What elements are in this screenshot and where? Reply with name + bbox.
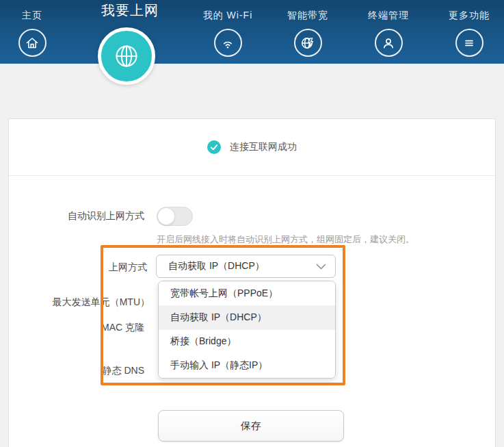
nav-item-internet-active[interactable] (98, 27, 155, 85)
connection-type-select[interactable]: 自动获取 IP（DHCP） (156, 255, 336, 278)
dropdown-option-dhcp[interactable]: 自动获取 IP（DHCP） (159, 305, 335, 329)
globe-bolt-icon (294, 29, 322, 57)
connection-type-value: 自动获取 IP（DHCP） (168, 260, 265, 272)
nav-item-terminal[interactable]: 终端管理 (347, 10, 429, 57)
dropdown-option-pppoe[interactable]: 宽带帐号上网（PPPoE） (159, 281, 335, 305)
success-check-icon (207, 140, 221, 154)
mtu-label: 最大发送单元（MTU） (9, 296, 150, 309)
dropdown-option-bridge[interactable]: 桥接（Bridge） (159, 330, 335, 354)
toggle-knob (157, 207, 175, 225)
save-button[interactable]: 保存 (158, 410, 344, 442)
nav-label-internet[interactable]: 我要上网 (89, 1, 171, 20)
nav-label-home: 主页 (22, 10, 42, 22)
auto-detect-hint: 开启后网线接入时将自动识别上网方式，组网固定后，建议关闭。 (157, 233, 414, 246)
connection-status-row: 连接互联网成功 (9, 119, 495, 176)
chevron-down-icon (316, 264, 326, 270)
wifi-icon (214, 29, 242, 57)
user-icon (375, 29, 403, 57)
top-navbar: 主页 我要上网 我的 Wi-Fi (0, 0, 504, 64)
connection-type-dropdown: 宽带帐号上网（PPPoE） 自动获取 IP（DHCP） 桥接（Bridge） 手… (158, 281, 336, 379)
status-message: 连接互联网成功 (230, 141, 297, 153)
nav-label-more: 更多功能 (449, 10, 490, 22)
nav-label-terminal: 终端管理 (368, 10, 409, 22)
dropdown-option-static[interactable]: 手动输入 IP（静态IP） (159, 354, 335, 378)
nav-item-more[interactable]: 更多功能 (428, 10, 504, 57)
internet-settings-panel: 连接互联网成功 自动识别上网方式 开启后网线接入时将自动识别上网方式，组网固定后… (8, 118, 496, 447)
connection-type-label: 上网方式 (9, 261, 147, 274)
nav-item-home[interactable]: 主页 (0, 10, 73, 57)
auto-detect-label: 自动识别上网方式 (9, 210, 144, 222)
static-dns-label: 静态 DNS (9, 365, 144, 377)
globe-icon (110, 40, 143, 73)
nav-label-bandwidth: 智能带宽 (287, 10, 328, 22)
mac-clone-label: MAC 克隆 (9, 322, 144, 334)
nav-item-wifi[interactable]: 我的 Wi-Fi (187, 10, 269, 57)
auto-detect-toggle[interactable] (157, 207, 193, 226)
nav-item-bandwidth[interactable]: 智能带宽 (267, 10, 349, 57)
home-icon (18, 29, 47, 57)
nav-label-wifi: 我的 Wi-Fi (203, 10, 253, 22)
menu-icon (455, 29, 483, 57)
